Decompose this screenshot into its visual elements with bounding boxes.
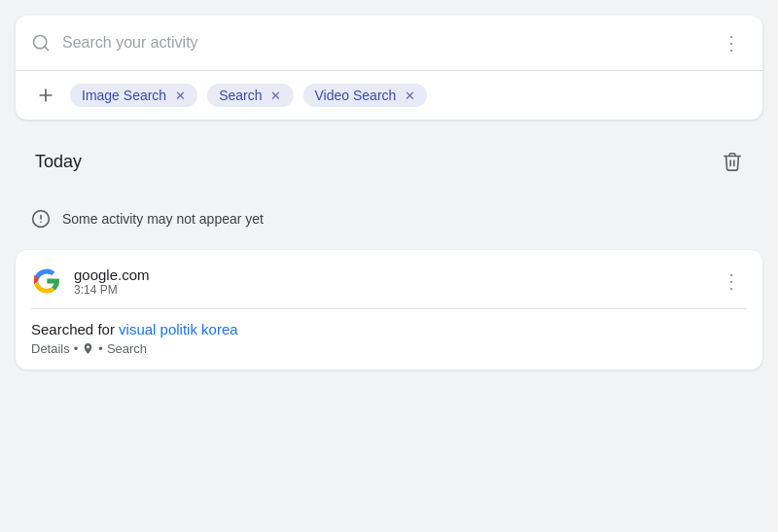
- filter-chip-close-image-search[interactable]: ✕: [172, 88, 188, 103]
- filter-chip-search: Search ✕: [207, 84, 293, 107]
- activity-description: Searched for visual politik korea: [31, 321, 747, 337]
- svg-line-1: [45, 47, 49, 51]
- activity-divider: [31, 308, 747, 309]
- activity-search-term-link[interactable]: visual politik korea: [119, 321, 238, 337]
- activity-domain: google.com: [74, 266, 150, 283]
- delete-section-button[interactable]: [722, 151, 743, 172]
- activity-time: 3:14 PM: [74, 283, 150, 297]
- filter-row: Image Search ✕ Search ✕ Video Search ✕: [16, 71, 762, 120]
- info-banner: Some activity may not appear yet: [16, 197, 762, 240]
- tag-separator-2: •: [98, 341, 103, 356]
- filter-chip-video-search: Video Search ✕: [303, 84, 428, 107]
- search-icon: [31, 33, 51, 53]
- filter-chip-close-video-search[interactable]: ✕: [402, 88, 417, 103]
- more-options-button[interactable]: ⋮: [716, 27, 747, 58]
- info-icon: [31, 209, 51, 229]
- activity-more-options-button[interactable]: ⋮: [716, 266, 747, 297]
- search-input[interactable]: [62, 34, 716, 52]
- activity-card: google.com 3:14 PM ⋮ Searched for visual…: [16, 250, 762, 370]
- activity-content: Searched for visual politik korea Detail…: [31, 321, 747, 370]
- filter-chip-close-search[interactable]: ✕: [268, 88, 284, 103]
- tag-separator-1: •: [74, 341, 79, 356]
- activity-meta: google.com 3:14 PM: [74, 266, 150, 297]
- add-filter-button[interactable]: [31, 81, 60, 110]
- filter-chip-label: Search: [219, 88, 262, 103]
- info-banner-text: Some activity may not appear yet: [62, 211, 264, 227]
- filter-chip-label: Video Search: [315, 88, 397, 103]
- activity-description-text: Searched for: [31, 321, 119, 337]
- search-input-row: ⋮: [16, 16, 762, 71]
- google-logo-icon: [31, 266, 62, 297]
- section-header-today: Today: [16, 135, 762, 188]
- activity-tag-details: Details: [31, 341, 70, 356]
- section-title: Today: [35, 152, 82, 172]
- search-bar-card: ⋮ Image Search ✕ Search ✕ Video Search ✕: [16, 16, 762, 120]
- activity-source: google.com 3:14 PM: [31, 266, 150, 297]
- activity-tag-search: Search: [107, 341, 147, 356]
- activity-tags: Details • • Search: [31, 341, 747, 356]
- filter-chip-image-search: Image Search ✕: [70, 84, 197, 107]
- activity-header: google.com 3:14 PM ⋮: [31, 266, 747, 297]
- filter-chip-label: Image Search: [82, 88, 166, 103]
- location-icon: [82, 342, 94, 355]
